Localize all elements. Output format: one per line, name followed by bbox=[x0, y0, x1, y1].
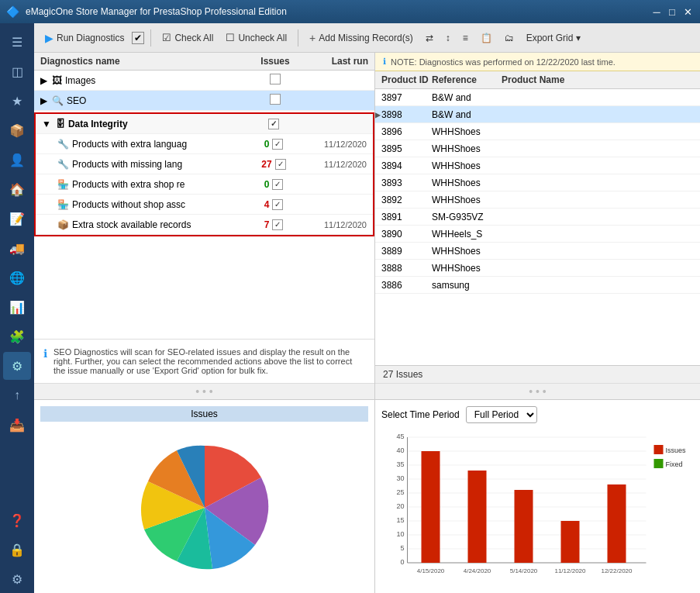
pie-chart-panel: Issues bbox=[34, 400, 375, 593]
without-shop-icon: 🏪 bbox=[57, 199, 69, 210]
bar-2 bbox=[468, 471, 487, 563]
check-all-button[interactable]: ☑ Check All bbox=[157, 29, 218, 46]
table-row[interactable]: 3897 B&W and bbox=[375, 89, 700, 106]
table-row[interactable]: 3892 WHHShoes bbox=[375, 191, 700, 209]
note-text: NOTE: Diagnostics was performed on 12/22… bbox=[391, 57, 616, 67]
extra-stock-count: 7 bbox=[264, 219, 270, 230]
integrity-icon: 🗄 bbox=[56, 119, 65, 129]
legend-issues-label: Issues bbox=[666, 446, 687, 454]
sidebar-customers-icon[interactable]: 👤 bbox=[3, 146, 31, 174]
tool2-button[interactable]: ↕ bbox=[441, 30, 455, 46]
resize-handle-left[interactable]: • • • bbox=[34, 383, 374, 399]
table-row[interactable]: 3890 WHHeels_S bbox=[375, 226, 700, 243]
diag-row-extra-stock[interactable]: 📦 Extra stock available records 7 11/12/… bbox=[36, 215, 373, 235]
info-text: SEO Diagnostics will scan for SEO-relate… bbox=[53, 347, 365, 375]
extra-stock-checkbox[interactable] bbox=[272, 219, 283, 230]
bar-4 bbox=[561, 521, 580, 563]
tool4-button[interactable]: 📋 bbox=[476, 30, 497, 46]
diag-row-data-integrity[interactable]: ▼ 🗄 Data Integrity bbox=[36, 114, 373, 134]
expand-images-icon[interactable]: ▶ bbox=[40, 75, 47, 86]
sidebar-products-icon[interactable]: 📦 bbox=[3, 116, 31, 144]
export-grid-button[interactable]: Export Grid ▾ bbox=[522, 30, 586, 46]
sidebar-stats-icon[interactable]: 📊 bbox=[3, 293, 31, 321]
legend-fixed-label: Fixed bbox=[666, 460, 683, 468]
table-row[interactable]: 3895 WHHShoes bbox=[375, 140, 700, 157]
table-row[interactable]: 3889 WHHShoes bbox=[375, 243, 700, 260]
product-table: Product ID Reference Product Name 3897 B… bbox=[375, 71, 700, 365]
maximize-button[interactable]: □ bbox=[666, 5, 678, 18]
missing-lang-count: 27 bbox=[261, 159, 271, 170]
extra-lang-count: 0 bbox=[264, 139, 270, 150]
diag-row-extra-shop[interactable]: 🏪 Products with extra shop re 0 bbox=[36, 174, 373, 195]
sidebar-orders-icon[interactable]: 🏠 bbox=[3, 175, 31, 203]
seo-label: SEO bbox=[67, 95, 86, 106]
sidebar-upload-icon[interactable]: ↑ bbox=[3, 381, 31, 409]
tool5-button[interactable]: 🗂 bbox=[500, 30, 519, 46]
sidebar-dashboard-icon[interactable]: ◫ bbox=[3, 57, 31, 85]
bar-3 bbox=[515, 490, 533, 563]
table-row[interactable]: 3894 WHHShoes bbox=[375, 157, 700, 174]
images-checkbox[interactable] bbox=[270, 74, 281, 84]
time-period-label: Select Time Period bbox=[381, 409, 460, 420]
integrity-checkbox[interactable] bbox=[268, 119, 279, 129]
svg-text:30: 30 bbox=[396, 474, 404, 482]
sidebar-pages-icon[interactable]: 📝 bbox=[3, 205, 31, 233]
sidebar-modules-icon[interactable]: 🧩 bbox=[3, 322, 31, 350]
sidebar-shipping-icon[interactable]: 🚚 bbox=[3, 234, 31, 262]
close-button[interactable]: ✕ bbox=[681, 5, 694, 18]
time-period-bar: Select Time Period Full Period bbox=[381, 406, 694, 423]
extra-lang-checkbox[interactable] bbox=[272, 139, 283, 150]
missing-lang-date: 11/12/2020 bbox=[297, 160, 367, 169]
check-all-icon: ☑ bbox=[162, 32, 171, 43]
missing-lang-checkbox[interactable] bbox=[275, 159, 286, 170]
pie-chart-container bbox=[40, 428, 368, 587]
uncheck-all-button[interactable]: ☐ Uncheck All bbox=[221, 29, 291, 46]
tool1-button[interactable]: ⇄ bbox=[421, 30, 438, 46]
table-row[interactable]: 3893 WHHShoes bbox=[375, 174, 700, 191]
expand-seo-icon[interactable]: ▶ bbox=[40, 95, 47, 106]
expand-integrity-icon[interactable]: ▼ bbox=[42, 119, 51, 129]
sidebar-diagnostics-icon[interactable]: ⚙ bbox=[3, 352, 31, 380]
svg-text:5: 5 bbox=[400, 544, 404, 552]
table-row[interactable]: ▶ 3898 B&W and bbox=[375, 106, 700, 123]
sidebar-favorites-icon[interactable]: ★ bbox=[3, 87, 31, 115]
diag-row-missing-lang[interactable]: 🔧 Products with missing lang 27 11/12/20… bbox=[36, 154, 373, 174]
icon-sidebar: ☰ ◫ ★ 📦 👤 🏠 📝 🚚 🌐 📊 🧩 ⚙ ↑ 📥 ❓ 🔒 ⚙ bbox=[0, 23, 34, 593]
run-diagnostics-button[interactable]: ▶ Run Diagnostics bbox=[40, 29, 129, 47]
issues-count: 27 Issues bbox=[383, 369, 422, 380]
diag-row-images[interactable]: ▶ 🖼 Images bbox=[34, 71, 374, 91]
diag-row-without-shop[interactable]: 🏪 Products without shop assc 4 bbox=[36, 195, 373, 215]
svg-text:4/24/2020: 4/24/2020 bbox=[464, 567, 491, 574]
sidebar-help-icon[interactable]: ❓ bbox=[3, 506, 31, 534]
bar-1 bbox=[422, 451, 440, 563]
table-row[interactable]: 3891 SM-G935VZ bbox=[375, 209, 700, 226]
without-shop-checkbox[interactable] bbox=[272, 199, 283, 210]
tool3-button[interactable]: ≡ bbox=[458, 30, 473, 46]
note-icon: ℹ bbox=[383, 57, 386, 67]
time-period-select[interactable]: Full Period bbox=[466, 406, 537, 423]
table-row[interactable]: 3896 WHHShoes bbox=[375, 123, 700, 140]
extra-lang-icon: 🔧 bbox=[57, 139, 69, 150]
svg-text:4/15/2020: 4/15/2020 bbox=[417, 567, 445, 574]
resize-handle-right[interactable]: • • • bbox=[375, 383, 700, 399]
table-row[interactable]: 3886 samsung bbox=[375, 277, 700, 294]
sidebar-menu-icon[interactable]: ☰ bbox=[3, 28, 31, 56]
add-missing-button[interactable]: + Add Missing Record(s) bbox=[305, 29, 418, 47]
seo-checkbox[interactable] bbox=[270, 94, 281, 105]
minimize-button[interactable]: ─ bbox=[650, 5, 663, 18]
sidebar-lock-icon[interactable]: 🔒 bbox=[3, 536, 31, 564]
sidebar-web-icon[interactable]: 🌐 bbox=[3, 264, 31, 291]
export-dropdown-icon: ▾ bbox=[576, 33, 581, 43]
svg-text:35: 35 bbox=[396, 460, 404, 468]
bar-chart-area: 45 40 35 30 25 20 15 10 5 0 bbox=[381, 429, 694, 587]
integrity-label: Data Integrity bbox=[68, 119, 128, 129]
sidebar-settings-icon[interactable]: ⚙ bbox=[3, 565, 31, 593]
extra-shop-checkbox[interactable] bbox=[272, 179, 283, 190]
diag-row-extra-lang[interactable]: 🔧 Products with extra languag 0 11/12/20… bbox=[36, 134, 373, 154]
table-row[interactable]: 3888 WHHShoes bbox=[375, 260, 700, 277]
issues-count-bar: 27 Issues bbox=[375, 365, 700, 383]
pie-chart-svg bbox=[135, 438, 274, 577]
diag-row-seo[interactable]: ▶ 🔍 SEO bbox=[34, 91, 374, 111]
sidebar-import-icon[interactable]: 📥 bbox=[3, 411, 31, 439]
svg-text:40: 40 bbox=[396, 446, 404, 454]
